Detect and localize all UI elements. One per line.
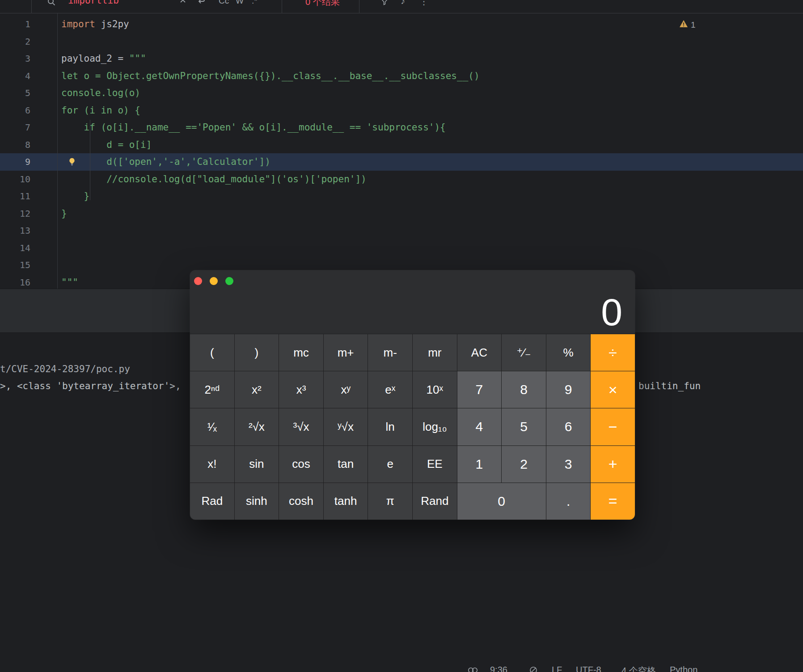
calc-key-xʸ[interactable]: xʸ: [324, 371, 368, 408]
line-number[interactable]: 11: [0, 191, 57, 202]
code-line-10[interactable]: 10 //console.log(d["load_module"]('os')[…: [0, 171, 803, 188]
search-results-count: 0 个结果: [305, 0, 340, 8]
calc-key-5[interactable]: 5: [502, 408, 546, 445]
calc-key-x³[interactable]: x³: [279, 371, 323, 408]
match-case-toggle[interactable]: Cc: [219, 0, 229, 6]
line-number[interactable]: 12: [0, 208, 57, 219]
encoding-widget[interactable]: UTF-8: [576, 665, 601, 672]
code-line-9[interactable]: 9 d(['open','-a','Calculator']): [0, 153, 803, 171]
calc-key-m+[interactable]: m+: [324, 334, 368, 371]
calc-key-tanh[interactable]: tanh: [324, 483, 368, 520]
calculator-window[interactable]: 0 ()mcm+m-mrAC⁺⁄₋%÷2ⁿᵈx²x³xʸeˣ10ˣ789×¹⁄ₓ…: [190, 270, 635, 520]
calc-key-m-[interactable]: m-: [368, 334, 412, 371]
calc-key-³√x[interactable]: ³√x: [279, 408, 323, 445]
calc-key-¹⁄ₓ[interactable]: ¹⁄ₓ: [190, 408, 234, 445]
calc-key-eˣ[interactable]: eˣ: [368, 371, 412, 408]
calc-key-mc[interactable]: mc: [279, 334, 323, 371]
status-circles-icon[interactable]: [468, 666, 478, 672]
caret-position[interactable]: 9:36: [490, 665, 507, 672]
code-line-5[interactable]: 5console.log(o): [0, 84, 803, 102]
clear-search-icon[interactable]: [179, 0, 186, 5]
code-line-13[interactable]: 13: [0, 222, 803, 239]
editor-code[interactable]: 1import js2py23payload_2 = """4let o = O…: [0, 13, 803, 289]
intention-bulb-icon[interactable]: [67, 157, 77, 167]
calc-key-AC[interactable]: AC: [457, 334, 502, 371]
line-number[interactable]: 6: [0, 105, 57, 116]
whole-words-toggle[interactable]: W: [236, 0, 244, 6]
multiline-icon[interactable]: ♪: [401, 0, 405, 6]
calc-key-ln[interactable]: ln: [368, 408, 412, 445]
calc-key-Rand[interactable]: Rand: [413, 483, 457, 520]
calc-key-x![interactable]: x!: [190, 446, 234, 483]
calc-key-²√x[interactable]: ²√x: [235, 408, 279, 445]
line-number[interactable]: 5: [0, 88, 57, 98]
indent-widget[interactable]: 4 个空格: [621, 665, 656, 672]
calc-key-log₁₀[interactable]: log₁₀: [413, 408, 457, 445]
calc-key-EE[interactable]: EE: [413, 446, 457, 483]
calc-key-−[interactable]: −: [591, 408, 635, 445]
calc-key-sinh[interactable]: sinh: [235, 483, 279, 520]
calc-key-4[interactable]: 4: [457, 408, 502, 445]
line-number[interactable]: 4: [0, 71, 57, 81]
calc-key-cos[interactable]: cos: [279, 446, 323, 483]
calc-key-cosh[interactable]: cosh: [279, 483, 323, 520]
calc-key-8[interactable]: 8: [502, 371, 546, 408]
calc-key-tan[interactable]: tan: [324, 446, 368, 483]
code-line-11[interactable]: 11 }: [0, 188, 803, 205]
calc-key-Rad[interactable]: Rad: [190, 483, 234, 520]
line-number[interactable]: 1: [0, 19, 57, 29]
calc-key-9[interactable]: 9: [546, 371, 591, 408]
calc-key-ʸ√x[interactable]: ʸ√x: [324, 408, 368, 445]
calc-key-÷[interactable]: ÷: [591, 334, 635, 371]
interpreter-widget[interactable]: Python: [670, 665, 697, 672]
code-line-7[interactable]: 7 if (o[i].__name__ =='Popen' && o[i].__…: [0, 119, 803, 136]
search-input[interactable]: importlib: [68, 0, 119, 6]
calc-key-×[interactable]: ×: [591, 371, 635, 408]
calc-key-6[interactable]: 6: [546, 408, 591, 445]
search-history-icon[interactable]: [197, 0, 206, 6]
calc-key-10ˣ[interactable]: 10ˣ: [413, 371, 457, 408]
line-number[interactable]: 2: [0, 36, 57, 47]
calc-key-π[interactable]: π: [368, 483, 412, 520]
line-number[interactable]: 9: [0, 156, 57, 167]
calc-key-+[interactable]: +: [591, 446, 635, 483]
calc-key-2[interactable]: 2: [502, 446, 546, 483]
calc-key-.[interactable]: .: [546, 483, 591, 520]
calc-key-e[interactable]: e: [368, 446, 412, 483]
calc-key-([interactable]: (: [190, 334, 234, 371]
calc-key-)[interactable]: ): [235, 334, 279, 371]
code-line-14[interactable]: 14: [0, 239, 803, 257]
line-number[interactable]: 13: [0, 225, 57, 236]
calc-key-2ⁿᵈ[interactable]: 2ⁿᵈ: [190, 371, 234, 408]
code-line-8[interactable]: 8 d = o[i]: [0, 136, 803, 154]
calc-key-sin[interactable]: sin: [235, 446, 279, 483]
more-options-icon[interactable]: ⋮: [419, 0, 428, 7]
calc-key-x²[interactable]: x²: [235, 371, 279, 408]
line-number[interactable]: 7: [0, 122, 57, 133]
calc-key-mr[interactable]: mr: [413, 334, 457, 371]
line-number[interactable]: 14: [0, 243, 57, 253]
line-number[interactable]: 3: [0, 53, 57, 64]
calc-key-0[interactable]: 0: [457, 483, 546, 520]
no-inspection-icon[interactable]: [529, 666, 538, 672]
code-line-12[interactable]: 12}: [0, 205, 803, 223]
line-number[interactable]: 15: [0, 260, 57, 270]
calc-key-=[interactable]: =: [591, 483, 635, 520]
calc-key-1[interactable]: 1: [457, 446, 502, 483]
calc-key-7[interactable]: 7: [457, 371, 502, 408]
filter-icon[interactable]: [380, 0, 389, 8]
line-number[interactable]: 16: [0, 277, 57, 288]
code-line-6[interactable]: 6for (i in o) {: [0, 102, 803, 119]
code-segment: js2py: [95, 19, 129, 29]
inspections-widget[interactable]: 1: [679, 20, 696, 30]
line-number[interactable]: 8: [0, 139, 57, 150]
code-line-4[interactable]: 4let o = Object.getOwnPropertyNames({}).…: [0, 67, 803, 85]
calc-key-⁺⁄₋[interactable]: ⁺⁄₋: [502, 334, 546, 371]
calc-key-3[interactable]: 3: [546, 446, 591, 483]
line-ending-widget[interactable]: LF: [552, 665, 562, 672]
code-line-3[interactable]: 3payload_2 = """: [0, 50, 803, 67]
calc-key-%[interactable]: %: [546, 334, 591, 371]
regex-toggle[interactable]: .*: [252, 0, 258, 6]
code-line-2[interactable]: 2: [0, 33, 803, 50]
line-number[interactable]: 10: [0, 174, 57, 185]
